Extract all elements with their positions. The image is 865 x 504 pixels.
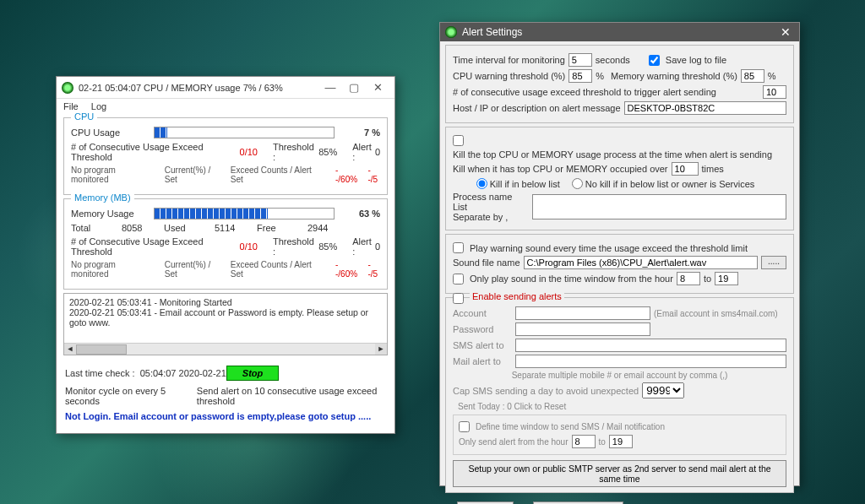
menu-file[interactable]: File — [63, 101, 79, 111]
send-alerts-panel: Enable sending alerts Account (Email acc… — [445, 297, 794, 493]
sendon-text: Send alert on 10 consecutive usage excee… — [197, 386, 386, 406]
log-box[interactable]: 2020-02-21 05:03:41 - Monitoring Started… — [63, 293, 388, 355]
scroll-left-icon[interactable]: ◄ — [64, 344, 76, 355]
define-window-checkbox[interactable] — [459, 421, 470, 432]
mem-usage-label: Memory Usage — [71, 209, 147, 219]
account-label: Account — [453, 308, 512, 318]
login-status-link[interactable]: Not Login. Email account or password is … — [65, 411, 371, 421]
account-note: (Email account in sms4mail.com) — [654, 309, 778, 318]
smtp-setup-button[interactable]: Setup your own or public SMTP server as … — [453, 460, 786, 487]
savelog-checkbox[interactable] — [649, 55, 660, 66]
times-label: times — [702, 164, 724, 174]
cpu-alert-val: 0 — [375, 147, 380, 157]
interval-input[interactable] — [569, 53, 592, 67]
scrollbar-horizontal[interactable]: ◄ ► — [64, 343, 387, 355]
account-input[interactable] — [515, 306, 650, 320]
to2-label: to — [599, 437, 606, 447]
sound-panel: Play warning sound every time the usage … — [445, 234, 794, 294]
only-play-checkbox[interactable] — [453, 274, 464, 285]
cpu-noprog: No program monitored — [71, 165, 153, 184]
mem-legend: Memory (MB) — [71, 192, 134, 203]
only-play-label: Only play sound in the time window from … — [470, 274, 673, 284]
cpu-usage-bar — [154, 127, 335, 138]
alert-settings-window: Alert Settings ✕ Time interval for monit… — [439, 22, 800, 486]
play-sound-label: Play warning sound every time the usage … — [470, 243, 748, 253]
sms-input[interactable] — [515, 339, 786, 352]
cpu-consec-label: # of Consecutive Usage Exceed Threshold — [71, 142, 234, 162]
pct1: % — [596, 71, 604, 81]
close-button[interactable]: ✕ — [366, 81, 389, 94]
mem-noprog: No program monitored — [71, 260, 153, 279]
mem-currset: Current(%) / Set — [165, 260, 224, 279]
cpu-thresh-label: Threshold : — [273, 142, 316, 162]
log-line: 2020-02-21 05:03:41 - Email account or P… — [69, 307, 382, 328]
mem-exc-v: --/5 — [367, 260, 380, 279]
pct2: % — [768, 71, 776, 81]
scroll-right-icon[interactable]: ► — [375, 344, 387, 355]
cpu-exc-v: --/5 — [367, 165, 380, 184]
alert-from-input[interactable] — [572, 435, 596, 448]
scroll-thumb[interactable] — [76, 344, 127, 355]
kill-panel: Kill the top CPU or MEMORY usage process… — [445, 127, 794, 230]
proc-list-l2: Separate by , — [453, 212, 529, 222]
consec-label: # of consecutive usage exceed threshold … — [453, 87, 759, 97]
kill-if-label: Kill if in below list — [490, 179, 560, 189]
cpu-usage-pct: 7 % — [341, 127, 380, 138]
cpu-consec-val: 0/10 — [240, 147, 258, 157]
stop-button[interactable]: Stop — [226, 366, 279, 381]
cpu-cur-v: --/60% — [335, 165, 360, 184]
memory-group: Memory (MB) Memory Usage 63 % Total 8058… — [63, 198, 388, 290]
mem-thresh-val: 85% — [318, 241, 337, 252]
play-sound-checkbox[interactable] — [453, 242, 464, 253]
mem-used-l: Used — [164, 223, 215, 233]
menubar: File Log — [57, 99, 394, 114]
proc-list-l1: Process name List — [453, 192, 529, 212]
mem-alert-val: 0 — [375, 241, 380, 252]
sms-label: SMS alert to — [453, 340, 512, 350]
process-list-input[interactable] — [532, 194, 786, 219]
cap-select[interactable]: 9999 — [642, 382, 684, 398]
enable-alerts-checkbox[interactable] — [453, 293, 464, 304]
sound-from-input[interactable] — [677, 272, 700, 285]
alert-to-input[interactable] — [609, 435, 633, 448]
close-icon[interactable]: ✕ — [777, 25, 794, 39]
sent-today[interactable]: Sent Today : 0 Click to Reset — [458, 402, 566, 411]
browse-button[interactable]: ..... — [761, 256, 786, 269]
window-title: 02-21 05:04:07 CPU / MEMORY usage 7% / 6… — [79, 83, 318, 93]
host-input[interactable] — [624, 101, 786, 115]
menu-log[interactable]: Log — [91, 101, 106, 111]
password-label: Password — [453, 324, 512, 334]
sound-to-input[interactable] — [715, 272, 738, 285]
kill-if-radio[interactable] — [476, 178, 487, 189]
kill-top-checkbox[interactable] — [453, 135, 464, 146]
sound-file-label: Sound file name — [453, 257, 520, 268]
cycle-text: Monitor cycle on every 5 seconds — [65, 386, 183, 406]
mem-thresh-label: Threshold : — [273, 236, 316, 257]
nokill-label: No kill if in below list or owner is Ser… — [585, 179, 755, 189]
log-line: 2020-02-21 05:03:41 - Monitoring Started — [69, 297, 382, 307]
mail-input[interactable] — [515, 355, 786, 368]
mem-thresh-label: Memory warning threshold (%) — [611, 71, 737, 81]
cpu-currset: Current(%) / Set — [165, 165, 224, 184]
mem-alert-label: Alert : — [352, 236, 375, 257]
password-input[interactable] — [515, 322, 650, 336]
app-icon — [62, 82, 73, 94]
savelog-label: Save log to file — [666, 55, 726, 65]
maximize-button[interactable]: ▢ — [342, 81, 366, 94]
kill-over-input[interactable] — [672, 162, 699, 176]
titlebar[interactable]: 02-21 05:04:07 CPU / MEMORY usage 7% / 6… — [57, 77, 394, 99]
mem-usage-pct: 63 % — [341, 209, 380, 219]
cpu-thresh-input[interactable] — [569, 69, 592, 83]
mem-consec-val: 0/10 — [240, 241, 258, 252]
cap-label: Cap SMS sending a day to avoid unexpecte… — [453, 386, 639, 396]
last-check-val: 05:04:07 2020-02-21 — [140, 368, 226, 378]
mem-thresh-input[interactable] — [741, 69, 764, 83]
consec-input[interactable] — [763, 85, 786, 99]
nokill-radio[interactable] — [572, 178, 583, 189]
sound-file-input[interactable] — [524, 256, 759, 269]
cpu-legend: CPU — [71, 111, 97, 122]
mem-free-l: Free — [257, 223, 307, 233]
seconds-label: seconds — [596, 55, 630, 65]
minimize-button[interactable]: — — [318, 81, 342, 94]
alert-titlebar[interactable]: Alert Settings ✕ — [440, 23, 799, 41]
